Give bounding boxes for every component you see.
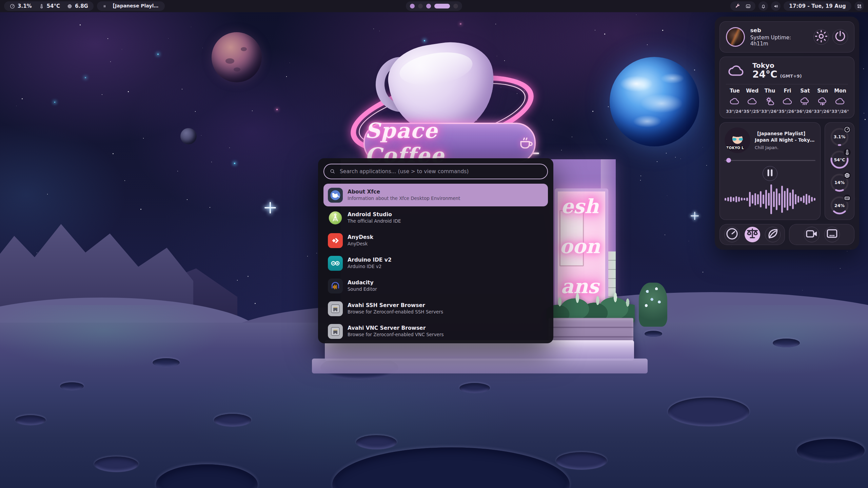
app-list: About XfceInformation about the Xfce Des… [323,184,548,343]
balanced-profile-button[interactable] [745,227,760,242]
notifications-button[interactable] [758,1,768,11]
cpu-stat: 3.1% [9,3,32,9]
arduino-app-icon [328,256,343,271]
bell-icon [761,3,766,9]
screen-icon [825,226,840,243]
forecast-sat: Sat36°/26° [796,88,814,114]
album-art-caption: TOKYO L [726,146,744,150]
shop-step-lower [312,359,648,373]
gear-icon [814,29,829,45]
clock[interactable]: 17:09 - Tue, 19 Aug [784,1,851,11]
now-playing-label: 【Japanese Playlist】 J... [110,3,159,9]
performance-profile-button[interactable] [724,227,740,242]
cloud-icon [730,96,740,106]
visualizer-bar [744,198,745,200]
app-item-avahi-vnc-server-browser[interactable]: Avahi VNC Server BrowserBrowse for Zeroc… [323,320,548,343]
xfce-app-icon [328,188,343,203]
weather-temp: 24°C [752,69,777,80]
visualizer-bar [725,198,726,201]
workspace-dot-3[interactable] [426,4,431,8]
app-subtitle: Browse for Zeroconf-enabled SSH Servers [348,309,443,315]
app-title: Avahi VNC Server Browser [348,325,443,331]
crater [645,331,662,337]
app-subtitle: Browse for Zeroconf-enabled VNC Servers [348,332,443,338]
visualizer-bar [795,194,796,204]
power-saver-profile-button[interactable] [765,227,781,242]
wallpaper-icon[interactable] [745,3,751,9]
screenshot-button[interactable] [824,227,840,242]
app-item-about-xfce[interactable]: About XfceInformation about the Xfce Des… [323,184,548,206]
visualizer-bar [808,195,810,203]
volume-icon [773,3,779,9]
gauge-14: 14% [830,173,849,192]
app-grid-button[interactable] [854,1,864,11]
app-subtitle: Information about the Xfce Desktop Envir… [348,196,460,202]
app-item-android-studio[interactable]: Android StudioThe official Android IDE [323,206,548,229]
crater [60,382,84,390]
visualizer-bar [806,194,807,205]
temp-value: 54°C [47,3,60,9]
settings-button[interactable] [813,29,829,45]
audacity-app-icon [328,279,343,293]
search-input[interactable] [323,164,548,179]
leaf-icon [765,226,780,243]
track-title: 【Japanese Playlist】 Japan All Night - To… [755,130,815,143]
rain-icon [800,96,810,106]
pause-icon[interactable] [102,3,107,9]
now-playing-pill[interactable]: 【Japanese Playlist】 J... [97,1,165,11]
thermo-icon [844,149,851,156]
anydesk-app-icon [328,233,343,248]
user-card: seb System Uptime: 4h11m [719,21,854,53]
app-title: About Xfce [348,188,460,195]
screen-record-button[interactable] [804,227,820,242]
cloud-icon [835,96,845,106]
visualizer-bar [789,192,791,206]
scales-icon [745,226,760,243]
app-title: AnyDesk [348,234,373,241]
power-button[interactable] [832,29,848,45]
storm-icon [817,96,828,106]
app-item-anydesk[interactable]: AnyDeskAnyDesk [323,229,548,252]
visualizer-bar [754,193,756,205]
crater [356,435,397,449]
seek-thumb[interactable] [726,158,731,163]
visualizer-bar [787,188,788,210]
app-title: Audacity [348,279,377,286]
visualizer-bar [741,198,743,201]
planet [212,32,262,82]
seek-bar[interactable] [725,158,815,162]
play-pause-button[interactable] [763,166,777,181]
visualizer-bar [765,190,767,209]
search-icon [329,168,336,175]
workspace-dot-1[interactable] [410,4,415,8]
forecast-fri: Fri35°/26° [779,88,796,114]
workspace-dot-4[interactable] [434,4,450,8]
volume-button[interactable] [771,1,781,11]
workspace-indicator[interactable] [406,1,462,11]
android-app-icon [328,210,343,225]
tools-icon[interactable] [735,3,741,9]
visualizer-bar [733,197,734,201]
visualizer-bar [784,191,786,208]
neon-window-line: esh [542,195,617,218]
system-gauges-card: 3.1% 54°C 14% 24% [825,122,854,220]
forecast-tue: Tue33°/24° [726,88,744,114]
chip-icon [67,3,73,9]
app-item-arduino-ide-v2[interactable]: Arduino IDE v2Arduino IDE v2 [323,252,548,274]
weather-city: Tokyo [752,62,802,69]
audio-visualizer [725,181,815,215]
app-title: Android Studio [348,211,401,218]
forecast-mon: Mon33°/26° [831,88,849,114]
app-subtitle: The official Android IDE [348,218,401,224]
gauge-icon [844,126,851,133]
app-subtitle: Sound Editor [348,286,377,292]
app-item-audacity[interactable]: AudacitySound Editor [323,274,548,297]
seek-track [725,160,815,161]
shop-step [325,340,634,361]
small-moon [180,128,197,144]
app-item-avahi-ssh-server-browser[interactable]: Avahi SSH Server BrowserBrowse for Zeroc… [323,297,548,320]
workspace-dot-2[interactable] [418,4,423,8]
avahi-app-icon [328,324,343,339]
workspace-dot-5[interactable] [453,4,458,8]
crater [668,398,749,426]
